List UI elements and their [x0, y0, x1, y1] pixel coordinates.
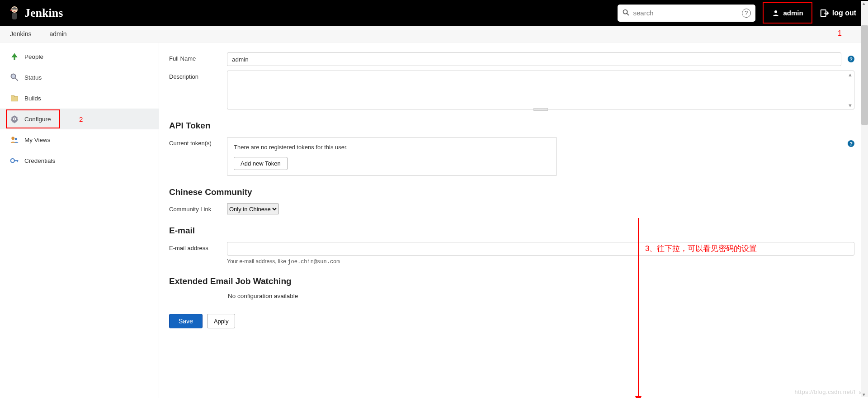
token-empty-message: There are no registered tokens for this … [234, 144, 550, 151]
search-help-icon[interactable]: ? [742, 9, 751, 18]
sidebar-item-configure[interactable]: 2 Configure [0, 109, 159, 129]
scroll-down-icon[interactable]: ▾ [863, 392, 865, 398]
search-input[interactable] [630, 9, 742, 17]
resize-handle[interactable] [533, 108, 548, 111]
svg-rect-19 [17, 160, 18, 162]
svg-line-9 [15, 78, 18, 81]
sidebar-item-label: Status [24, 74, 42, 81]
email-heading: E-mail [169, 226, 854, 236]
breadcrumb-admin[interactable]: admin [49, 30, 66, 38]
page-scrollbar[interactable]: ▴ ▾ [861, 1, 868, 397]
sidebar-item-label: Builds [24, 95, 41, 102]
scroll-down-icon[interactable]: ▼ [848, 103, 853, 108]
gear-icon [10, 114, 19, 123]
apply-button[interactable]: Apply [207, 314, 236, 328]
users-icon [10, 135, 19, 144]
logo[interactable]: Jenkins [8, 5, 63, 21]
logout-link[interactable]: log out [816, 8, 860, 18]
logo-text: Jenkins [24, 6, 63, 20]
breadcrumb: Jenkins admin [0, 26, 868, 43]
sidebar-item-people[interactable]: People [0, 46, 159, 67]
svg-point-14 [14, 118, 15, 120]
svg-line-5 [627, 13, 628, 15]
sidebar-item-label: Credentials [24, 157, 55, 164]
chinese-community-heading: Chinese Community [169, 187, 854, 197]
breadcrumb-jenkins[interactable]: Jenkins [10, 30, 31, 38]
content: Full Name ? Description ▲ ▼ API Token Cu… [159, 43, 868, 398]
search-icon [622, 9, 630, 18]
sidebar-item-label: My Views [24, 137, 51, 143]
scroll-up-icon[interactable]: ▲ [848, 72, 853, 77]
community-link-label: Community Link [169, 206, 227, 213]
svg-marker-21 [635, 396, 642, 398]
description-label: Description [169, 71, 227, 80]
svg-rect-1 [12, 13, 17, 19]
scroll-up-icon[interactable]: ▴ [863, 0, 865, 6]
key-icon [10, 156, 19, 165]
header: Jenkins ? admin log out [0, 0, 868, 26]
user-icon [772, 9, 780, 17]
full-name-label: Full Name [169, 52, 227, 62]
svg-point-15 [11, 137, 14, 140]
full-name-input[interactable] [227, 52, 841, 66]
annotation-note-3: 3、往下拉，可以看见密码的设置 [645, 243, 757, 254]
extended-email-heading: Extended Email Job Watching [169, 276, 854, 286]
save-button[interactable]: Save [169, 314, 203, 328]
sidebar-item-credentials[interactable]: Credentials [0, 150, 159, 171]
api-token-heading: API Token [169, 121, 854, 131]
scroll-thumb[interactable] [861, 25, 868, 125]
description-textarea[interactable]: ▲ ▼ [227, 71, 854, 109]
magnifier-icon [10, 73, 19, 82]
arrow-up-icon [10, 52, 19, 61]
svg-rect-11 [11, 95, 15, 97]
email-address-label: E-mail address [169, 242, 227, 251]
svg-point-8 [11, 74, 16, 79]
folder-icon [10, 94, 19, 103]
sidebar: People Status Builds 2 Configure [0, 43, 159, 398]
sidebar-item-status[interactable]: Status [0, 67, 159, 88]
annotation-badge-1: 1 [838, 29, 842, 38]
current-tokens-label: Current token(s) [169, 137, 227, 147]
no-config-text: No configuration available [227, 293, 298, 299]
help-icon[interactable]: ? [848, 140, 854, 147]
sidebar-item-my-views[interactable]: My Views [0, 129, 159, 150]
search-box[interactable]: ? [618, 5, 755, 22]
annotation-badge-2: 2 [79, 115, 83, 123]
svg-point-16 [15, 138, 17, 140]
community-link-select[interactable]: Only in Chinese [227, 204, 278, 214]
svg-point-6 [774, 10, 777, 13]
sidebar-item-label: Configure [24, 116, 51, 123]
sidebar-item-builds[interactable]: Builds [0, 88, 159, 109]
svg-point-17 [11, 159, 14, 162]
svg-point-4 [623, 9, 627, 14]
user-menu[interactable]: admin [763, 2, 812, 24]
svg-point-3 [15, 9, 16, 9]
watermark: https://blog.csdn.net/f_a [794, 389, 863, 395]
sidebar-item-label: People [24, 53, 43, 60]
logout-icon [820, 8, 830, 18]
user-label: admin [783, 9, 803, 17]
logout-label: log out [832, 9, 856, 17]
email-address-input[interactable] [227, 242, 854, 256]
svg-point-2 [13, 9, 14, 9]
email-hint: Your e-mail address, like joe.chin@sun.c… [227, 258, 854, 265]
jenkins-mascot-icon [8, 5, 21, 21]
token-box: There are no registered tokens for this … [227, 137, 557, 176]
help-icon[interactable]: ? [848, 56, 854, 62]
add-new-token-button[interactable]: Add new Token [234, 157, 288, 170]
